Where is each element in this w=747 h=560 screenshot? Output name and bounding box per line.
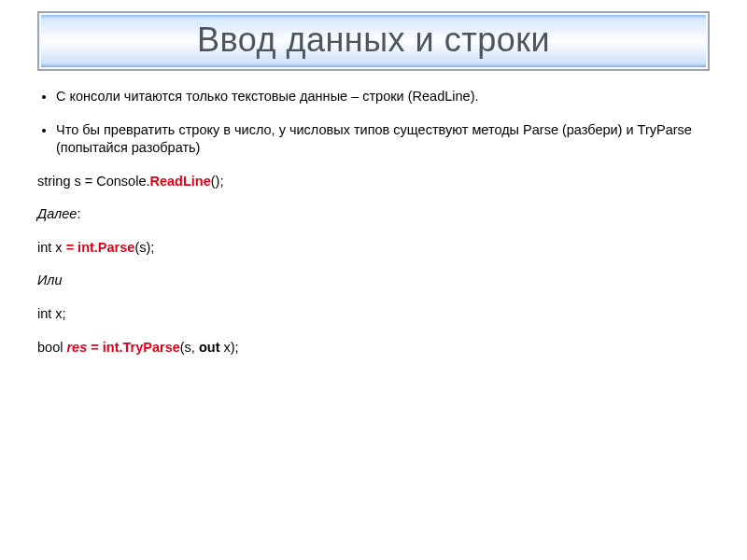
bullet-item: С консоли читаются только текстовые данн… bbox=[56, 88, 710, 106]
label-text: Далее bbox=[37, 206, 77, 221]
bullet-item: Что бы превратить строку в число, у числ… bbox=[56, 121, 710, 158]
code-method: ReadLine bbox=[150, 174, 211, 189]
code-line-tryparse: bool res = int.TryParse(s, out x); bbox=[37, 339, 710, 357]
label-or: Или bbox=[37, 272, 710, 290]
label-text: Или bbox=[37, 273, 63, 287]
code-text: int x bbox=[37, 240, 66, 255]
code-text: (); bbox=[211, 174, 224, 189]
code-var: res bbox=[66, 340, 87, 355]
code-method: = int.Parse bbox=[66, 240, 135, 255]
code-text: (s, bbox=[180, 340, 199, 355]
code-line-parse: int x = int.Parse(s); bbox=[37, 239, 710, 258]
code-method: = int.TryParse bbox=[87, 340, 180, 355]
title-box: Ввод данных и строки bbox=[37, 11, 710, 71]
code-line-readline: string s = Console.ReadLine(); bbox=[37, 173, 710, 191]
code-text: string s = Console. bbox=[37, 174, 150, 189]
slide: Ввод данных и строки С консоли читаются … bbox=[0, 11, 747, 560]
code-text: int x; bbox=[37, 306, 66, 321]
bullet-list: С консоли читаются только текстовые данн… bbox=[37, 88, 710, 158]
code-text: bool bbox=[37, 340, 66, 355]
label-next: Далее: bbox=[37, 205, 710, 224]
code-text: (s); bbox=[134, 240, 154, 255]
slide-title: Ввод данных и строки bbox=[49, 21, 698, 60]
code-keyword: out bbox=[199, 340, 220, 355]
code-line-declare: int x; bbox=[37, 305, 710, 324]
code-text: x); bbox=[219, 340, 238, 355]
slide-content: С консоли читаются только текстовые данн… bbox=[0, 88, 747, 357]
